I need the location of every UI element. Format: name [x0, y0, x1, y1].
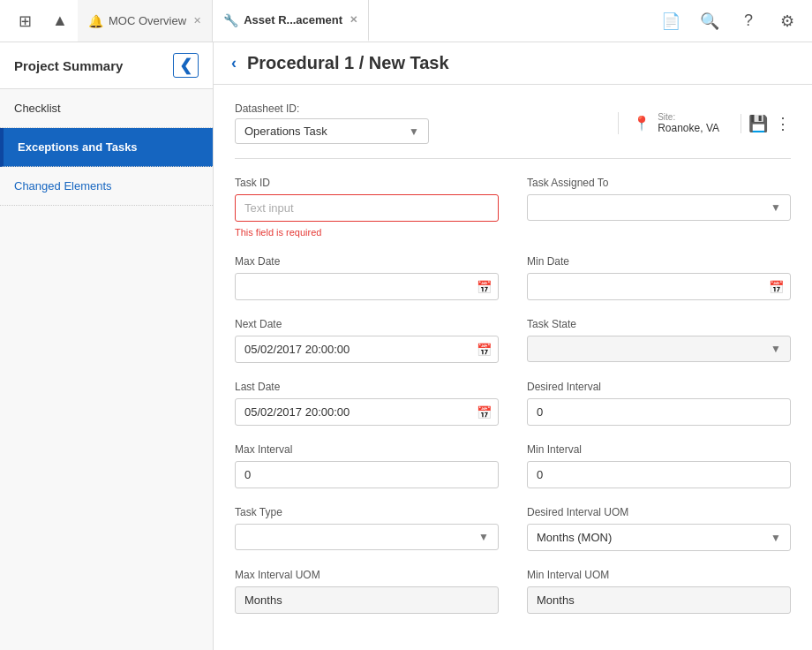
moc-tab-label: MOC Overview	[109, 14, 186, 27]
task-id-label: Task ID	[235, 177, 499, 189]
next-date-input[interactable]	[235, 336, 499, 363]
location-value: Roanoke, VA	[658, 122, 719, 134]
task-assigned-to-field: Task Assigned To ▼	[527, 177, 791, 238]
task-state-select[interactable]: ▼	[527, 336, 791, 362]
last-date-calendar-icon[interactable]: 📅	[477, 405, 492, 419]
min-interval-uom-value: Months	[527, 586, 791, 614]
desired-interval-input[interactable]	[527, 398, 791, 426]
desired-interval-field: Desired Interval	[527, 381, 791, 426]
datasheet-id-select[interactable]: Operations Task ▼	[235, 118, 429, 144]
min-interval-field: Min Interval	[527, 443, 791, 488]
location-group: 📍 Site: Roanoke, VA	[618, 112, 719, 134]
main-layout: Project Summary ❮ Checklist Exceptions a…	[0, 42, 812, 650]
sidebar-toggle[interactable]: ❮	[173, 53, 199, 78]
last-date-input[interactable]	[235, 398, 499, 426]
sidebar-item-exceptions-tasks[interactable]: Exceptions and Tasks	[0, 128, 213, 167]
triangle-icon[interactable]: ▲	[42, 4, 78, 39]
tab-moc[interactable]: 🔔 MOC Overview ✕	[78, 0, 213, 42]
min-interval-input[interactable]	[527, 461, 791, 488]
task-type-select[interactable]: ▼	[235, 524, 499, 550]
max-interval-uom-label: Max Interval UOM	[235, 569, 499, 581]
asset-tab-icon: 🔧	[223, 13, 238, 27]
sidebar-item-changed-elements-label: Changed Elements	[14, 179, 112, 193]
task-type-field: Task Type ▼	[235, 506, 499, 551]
back-button[interactable]: ‹	[231, 54, 237, 72]
action-icons: 💾 ⋮	[741, 114, 791, 133]
location-icon: 📍	[633, 115, 650, 132]
sidebar: Project Summary ❮ Checklist Exceptions a…	[0, 42, 214, 650]
task-assigned-to-select[interactable]: ▼	[527, 194, 791, 221]
moc-tab-close[interactable]: ✕	[193, 15, 201, 26]
search-icon[interactable]: 🔍	[692, 4, 727, 39]
max-interval-input[interactable]	[235, 461, 499, 488]
task-state-label: Task State	[527, 318, 791, 330]
max-interval-uom-field: Max Interval UOM Months	[235, 569, 499, 614]
content-area: ‹ Procedural 1 / New Task Datasheet ID: …	[214, 42, 812, 650]
task-id-input[interactable]	[235, 194, 499, 222]
save-icon[interactable]: 💾	[748, 114, 768, 133]
sidebar-title: Project Summary	[14, 58, 123, 73]
max-date-calendar-icon[interactable]: 📅	[477, 280, 492, 294]
max-date-field: Max Date 📅	[235, 255, 499, 300]
desired-interval-uom-value: Months (MON)	[537, 531, 612, 544]
last-date-wrapper: 📅	[235, 398, 499, 426]
max-date-input[interactable]	[235, 273, 499, 300]
task-type-label: Task Type	[235, 506, 499, 518]
min-date-input[interactable]	[527, 273, 791, 300]
min-date-wrapper: 📅	[527, 273, 791, 300]
more-icon[interactable]: ⋮	[775, 114, 791, 133]
form-grid: Task ID This field is required Task Assi…	[235, 177, 791, 614]
tab-asset[interactable]: 🔧 Asset R...acement ✕	[213, 0, 369, 42]
desired-interval-uom-label: Desired Interval UOM	[527, 506, 791, 518]
task-assigned-to-arrow: ▼	[771, 201, 781, 214]
last-date-field: Last Date 📅	[235, 381, 499, 426]
sidebar-item-exceptions-tasks-label: Exceptions and Tasks	[18, 140, 138, 154]
settings-icon[interactable]: ⚙	[770, 4, 805, 39]
min-date-calendar-icon[interactable]: 📅	[769, 280, 784, 294]
desired-interval-uom-select[interactable]: Months (MON) ▼	[527, 524, 791, 551]
desired-interval-uom-field: Desired Interval UOM Months (MON) ▼	[527, 506, 791, 551]
task-id-field: Task ID This field is required	[235, 177, 499, 238]
sidebar-item-checklist[interactable]: Checklist	[0, 89, 213, 128]
task-type-arrow: ▼	[478, 531, 489, 543]
sidebar-item-checklist-label: Checklist	[14, 102, 61, 115]
top-toolbar: ⊞ ▲ 🔔 MOC Overview ✕ 🔧 Asset R...acement…	[0, 0, 812, 42]
task-state-arrow: ▼	[771, 343, 781, 355]
next-date-wrapper: 📅	[235, 336, 499, 363]
datasheet-dropdown-arrow: ▼	[409, 125, 419, 138]
toolbar-right: 📄 🔍 ? ⚙	[653, 4, 805, 39]
min-date-label: Min Date	[527, 255, 791, 268]
datasheet-id-value: Operations Task	[244, 125, 327, 138]
task-assigned-to-label: Task Assigned To	[527, 177, 791, 189]
page-title: Procedural 1 / New Task	[247, 53, 449, 73]
tabs-area: 🔔 MOC Overview ✕ 🔧 Asset R...acement ✕	[78, 0, 653, 42]
min-interval-uom-label: Min Interval UOM	[527, 569, 791, 581]
last-date-label: Last Date	[235, 381, 499, 393]
document-icon[interactable]: 📄	[653, 4, 688, 39]
task-id-error: This field is required	[235, 227, 499, 238]
min-date-field: Min Date 📅	[527, 255, 791, 300]
asset-tab-label: Asset R...acement	[244, 13, 342, 26]
datasheet-id-label: Datasheet ID:	[235, 102, 429, 115]
next-date-field: Next Date 📅	[235, 318, 499, 363]
next-date-label: Next Date	[235, 318, 499, 330]
location-text-group: Site: Roanoke, VA	[658, 112, 719, 134]
asset-tab-close[interactable]: ✕	[350, 14, 357, 26]
max-interval-field: Max Interval	[235, 443, 499, 488]
grid-icon[interactable]: ⊞	[7, 4, 42, 39]
moc-tab-icon: 🔔	[88, 14, 103, 28]
min-interval-label: Min Interval	[527, 443, 791, 456]
next-date-calendar-icon[interactable]: 📅	[477, 343, 492, 357]
sidebar-header: Project Summary ❮	[0, 42, 213, 89]
page-header: ‹ Procedural 1 / New Task	[214, 42, 812, 85]
form-area: Datasheet ID: Operations Task ▼ 📍 Site: …	[214, 85, 812, 650]
max-interval-uom-value: Months	[235, 586, 499, 614]
max-interval-label: Max Interval	[235, 443, 499, 456]
sidebar-item-changed-elements[interactable]: Changed Elements	[0, 167, 213, 206]
desired-interval-label: Desired Interval	[527, 381, 791, 393]
min-interval-uom-field: Min Interval UOM Months	[527, 569, 791, 614]
help-icon[interactable]: ?	[731, 4, 766, 39]
datasheet-id-group: Datasheet ID: Operations Task ▼	[235, 102, 429, 144]
max-date-label: Max Date	[235, 255, 499, 268]
task-state-field: Task State ▼	[527, 318, 791, 363]
